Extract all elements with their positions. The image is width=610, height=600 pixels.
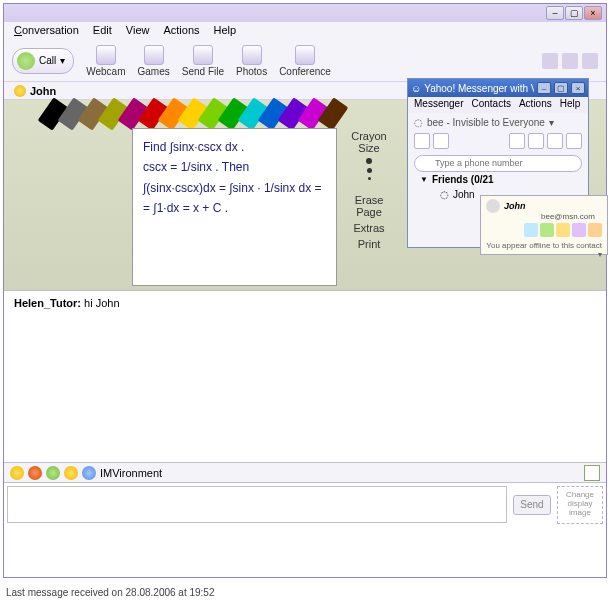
ym-status-row[interactable]: ◌ bee - Invisible to Everyone ▾ — [408, 113, 588, 131]
buzz-icon[interactable] — [46, 466, 60, 480]
tip-more-icon[interactable] — [588, 223, 602, 237]
audibles-icon[interactable] — [64, 466, 78, 480]
ym-mail-button[interactable] — [509, 133, 525, 149]
yahoo-icon: ☺ — [411, 83, 421, 94]
size-dot-small[interactable] — [368, 177, 371, 180]
phone-icon — [17, 52, 35, 70]
webcam-button[interactable]: Webcam — [86, 45, 125, 77]
crayon-size-button[interactable]: Crayon Size — [344, 130, 394, 154]
tip-sms-icon[interactable] — [556, 223, 570, 237]
conference-button[interactable]: Conference — [279, 45, 331, 77]
smiley-icon[interactable] — [10, 466, 24, 480]
dropdown-icon: ▾ — [60, 55, 65, 66]
chat-log: Helen_Tutor: hi John — [4, 290, 606, 462]
crayon-color[interactable] — [318, 97, 349, 130]
sendfile-icon — [193, 45, 213, 65]
toolbar: Call ▾ Webcam Games Send File Photos Con… — [4, 40, 606, 82]
ym-minimize-button[interactable]: – — [537, 82, 551, 94]
tooltip-avatar — [486, 199, 500, 213]
change-display-image[interactable]: Change display image — [557, 486, 603, 524]
imv-label[interactable]: IMVironment — [100, 467, 162, 479]
photos-icon — [242, 45, 262, 65]
webcam-icon — [96, 45, 116, 65]
menu-bar: Conversation Edit View Actions Help — [4, 22, 606, 40]
tooltip-name: John — [504, 201, 526, 211]
phone-input[interactable] — [414, 155, 582, 172]
dropdown-icon: ▾ — [549, 117, 554, 128]
minimize-button[interactable]: – — [546, 6, 564, 20]
ym-menu-actions[interactable]: Actions — [519, 98, 552, 112]
ym-add-button[interactable] — [414, 133, 430, 149]
whiteboard-paper[interactable]: Find ∫sinx·cscx dx . cscx = 1/sinx . The… — [132, 128, 337, 286]
menu-actions[interactable]: Actions — [163, 24, 199, 38]
ym-menu-contacts[interactable]: Contacts — [471, 98, 510, 112]
call-label: Call — [39, 55, 56, 66]
imv-icon[interactable] — [82, 466, 96, 480]
menu-edit[interactable]: Edit — [93, 24, 112, 38]
ym-menu-bar: Messenger Contacts Actions Help — [408, 97, 588, 113]
erase-page-button[interactable]: Erase Page — [344, 194, 394, 218]
menu-help[interactable]: Help — [214, 24, 237, 38]
photos-button[interactable]: Photos — [236, 45, 267, 77]
maximize-button[interactable]: ▢ — [565, 6, 583, 20]
emoji-bar: IMVironment — [4, 462, 606, 482]
message-input[interactable] — [7, 486, 507, 523]
close-button[interactable]: × — [584, 6, 602, 20]
ym-title: Yahoo! Messenger with Voice (BETA) — [424, 83, 534, 94]
titlebar: – ▢ × — [4, 4, 606, 22]
ym-maximize-button[interactable]: ▢ — [554, 82, 568, 94]
ym-radio-button[interactable] — [547, 133, 563, 149]
friends-label: Friends (0/21 — [432, 174, 494, 185]
size-dot-medium[interactable] — [367, 168, 372, 173]
size-dot-large[interactable] — [366, 158, 372, 164]
chat-message: hi John — [81, 297, 120, 309]
board-controls: Crayon Size Erase Page Extras Print — [344, 130, 394, 251]
ym-status-text: bee - Invisible to Everyone — [427, 117, 545, 128]
presence-icon — [14, 85, 26, 97]
friends-group-header[interactable]: ▼ Friends (0/21 — [408, 171, 588, 187]
music-icon[interactable] — [542, 53, 558, 69]
chat-sender: Helen_Tutor: — [14, 297, 81, 309]
extras-button[interactable]: Extras — [353, 222, 384, 234]
presence-icon: ◌ — [440, 189, 449, 200]
menu-conversation[interactable]: Conversation — [14, 24, 79, 38]
crayon-row — [44, 100, 354, 128]
games-button[interactable]: Games — [138, 45, 170, 77]
send-button[interactable]: Send — [513, 495, 551, 515]
tooltip-offline-note[interactable]: You appear offline to this contact ▾ — [481, 239, 607, 261]
ym-phone-row — [408, 151, 588, 171]
contact-name: John — [30, 85, 56, 97]
friend-name: John — [453, 189, 475, 200]
ym-titlebar: ☺ Yahoo! Messenger with Voice (BETA) – ▢… — [408, 79, 588, 97]
sendfile-button[interactable]: Send File — [182, 45, 224, 77]
ym-360-button[interactable] — [566, 133, 582, 149]
board-line: cscx = 1/sinx . Then — [143, 157, 326, 177]
contact-tooltip: John bee@msn.com You appear offline to t… — [480, 195, 608, 255]
ym-close-button[interactable]: × — [571, 82, 585, 94]
games-icon — [144, 45, 164, 65]
input-row: Send Change display image — [4, 482, 606, 526]
ym-toolbar — [408, 131, 588, 151]
status-text: Last message received on 28.08.2006 at 1… — [6, 587, 214, 598]
print-button[interactable]: Print — [358, 238, 381, 250]
tip-call-icon[interactable] — [540, 223, 554, 237]
ym-menu-help[interactable]: Help — [560, 98, 581, 112]
board-line: Find ∫sinx·cscx dx . — [143, 137, 326, 157]
board-line: ∫(sinx·cscx)dx = ∫sinx · 1/sinx dx = — [143, 178, 326, 198]
avatar-icon[interactable] — [582, 53, 598, 69]
expand-icon: ▼ — [420, 175, 428, 184]
ym-calendar-button[interactable] — [528, 133, 544, 149]
board-line: = ∫1·dx = x + C . — [143, 198, 326, 218]
avatar-toggle[interactable] — [584, 465, 600, 481]
menu-view[interactable]: View — [126, 24, 150, 38]
tooltip-email: bee@msn.com — [481, 212, 607, 221]
tip-im-icon[interactable] — [524, 223, 538, 237]
ym-sms-button[interactable] — [433, 133, 449, 149]
info-icon[interactable] — [562, 53, 578, 69]
presence-invisible-icon: ◌ — [414, 117, 423, 128]
font-icon[interactable] — [28, 466, 42, 480]
tip-mail-icon[interactable] — [572, 223, 586, 237]
call-button[interactable]: Call ▾ — [12, 48, 74, 74]
conference-icon — [295, 45, 315, 65]
ym-menu-messenger[interactable]: Messenger — [414, 98, 463, 112]
